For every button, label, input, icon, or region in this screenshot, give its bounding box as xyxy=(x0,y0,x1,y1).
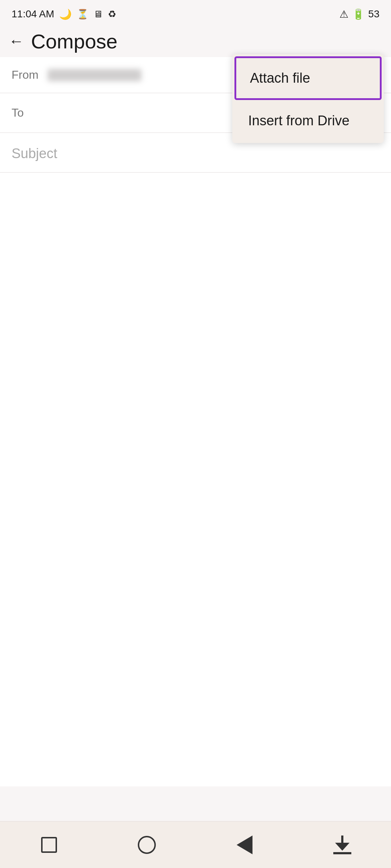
navigation-bar xyxy=(0,821,391,868)
battery-level: 53 xyxy=(368,8,379,20)
hourglass-icon: ⏳ xyxy=(77,9,88,20)
to-label: To xyxy=(12,106,40,120)
refresh-icon: ♻ xyxy=(108,9,116,20)
status-bar: 11:04 AM 🌙 ⏳ 🖥 ♻ ⚠ 🔋 53 xyxy=(0,0,391,25)
insert-from-drive-menu-item[interactable]: Insert from Drive xyxy=(232,100,384,143)
back-nav-icon xyxy=(237,836,252,854)
header: ← Compose Attach file Insert from Drive xyxy=(0,25,391,57)
moon-icon: 🌙 xyxy=(59,8,72,20)
home-button[interactable] xyxy=(132,830,161,859)
recents-button[interactable] xyxy=(35,830,63,859)
email-body-area[interactable] xyxy=(0,173,391,786)
attachment-dropdown-menu: Attach file Insert from Drive xyxy=(232,54,384,143)
status-bar-left: 11:04 AM 🌙 ⏳ 🖥 ♻ xyxy=(12,8,116,20)
from-label: From xyxy=(12,68,40,82)
status-bar-right: ⚠ 🔋 53 xyxy=(339,8,379,20)
home-icon xyxy=(138,836,156,854)
warning-icon: ⚠ xyxy=(339,8,348,20)
down-arrow-icon xyxy=(333,836,351,854)
page-title: Compose xyxy=(31,30,118,53)
monitor-icon: 🖥 xyxy=(93,9,103,20)
battery-icon: 🔋 xyxy=(352,8,365,20)
to-left: To xyxy=(12,106,48,120)
accessibility-button[interactable] xyxy=(328,830,357,859)
recents-icon xyxy=(41,837,57,853)
back-button[interactable]: ← xyxy=(9,32,24,50)
from-value-blurred xyxy=(48,69,141,81)
status-time: 11:04 AM xyxy=(12,8,54,20)
back-nav-button[interactable] xyxy=(230,830,259,859)
subject-placeholder: Subject xyxy=(12,146,57,161)
attach-file-menu-item[interactable]: Attach file xyxy=(234,56,382,100)
